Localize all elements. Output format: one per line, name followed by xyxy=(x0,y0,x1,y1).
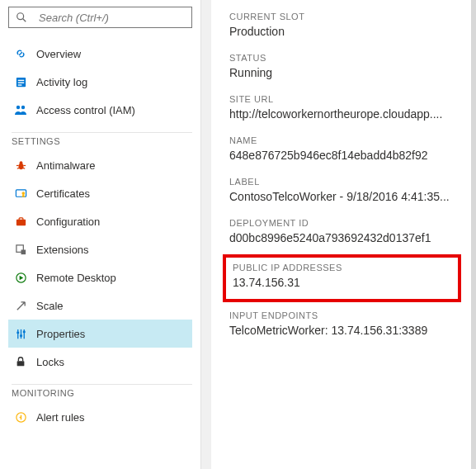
svg-line-1 xyxy=(23,19,26,22)
nav-item-configuration[interactable]: Configuration xyxy=(8,207,192,235)
nav-label: Locks xyxy=(36,356,64,368)
nav-item-overview[interactable]: Overview xyxy=(8,40,192,68)
svg-point-9 xyxy=(19,161,22,164)
nav-label: Activity log xyxy=(36,76,87,88)
value-label: ContosoTelcoWorker - 9/18/2016 4:41:35..… xyxy=(229,190,455,203)
svg-point-6 xyxy=(16,106,20,109)
sidebar: Overview Activity log Access control (IA… xyxy=(0,0,201,469)
log-icon xyxy=(13,74,28,89)
nav-label: Access control (IAM) xyxy=(36,104,135,116)
nav-label: Extensions xyxy=(36,244,89,256)
public-ip-highlight: Public IP Addresses 13.74.156.31 xyxy=(223,254,461,302)
nav-label: Overview xyxy=(36,48,81,60)
nav-item-locks[interactable]: Locks xyxy=(8,348,192,376)
properties-icon xyxy=(13,326,28,341)
label-input-endpoints: Input Endpoints xyxy=(229,310,455,320)
svg-point-15 xyxy=(21,192,25,195)
extension-icon xyxy=(13,242,28,257)
value-current-slot: Production xyxy=(229,25,455,38)
svg-rect-25 xyxy=(20,334,22,336)
scale-icon xyxy=(13,298,28,313)
alert-icon xyxy=(13,410,28,424)
svg-rect-17 xyxy=(19,217,23,220)
label-deployment-id: Deployment ID xyxy=(229,218,455,228)
svg-rect-5 xyxy=(17,84,21,85)
svg-rect-27 xyxy=(17,361,25,366)
value-deployment-id: d00bc8996e5240a793692432d0137ef1 xyxy=(229,231,455,244)
search-icon xyxy=(14,10,29,25)
nav-label: Alert rules xyxy=(36,411,85,424)
nav-item-alert-rules[interactable]: Alert rules xyxy=(8,403,192,431)
nav-item-properties[interactable]: Properties xyxy=(8,320,192,348)
value-name: 648e876725b946ec8f14ebadd4b82f92 xyxy=(229,149,455,162)
nav-item-extensions[interactable]: Extensions xyxy=(8,235,192,263)
nav-label: Certificates xyxy=(36,187,90,200)
label-current-slot: Current Slot xyxy=(229,12,455,21)
svg-line-13 xyxy=(22,168,24,168)
svg-point-0 xyxy=(17,13,24,20)
bug-icon xyxy=(13,158,28,173)
nav-label: Remote Desktop xyxy=(36,272,116,284)
nav-item-activity-log[interactable]: Activity log xyxy=(8,68,192,96)
nav-label: Properties xyxy=(36,328,85,340)
section-header-settings: Settings xyxy=(12,132,192,146)
value-status: Running xyxy=(229,66,455,79)
search-box[interactable] xyxy=(8,7,192,28)
nav-item-remote-desktop[interactable]: Remote Desktop xyxy=(8,263,192,291)
nav-item-certificates[interactable]: Certificates xyxy=(8,179,192,207)
briefcase-icon xyxy=(13,214,28,229)
panel-divider xyxy=(201,0,211,469)
label-name: Name xyxy=(229,135,455,145)
nav-item-antimalware[interactable]: Antimalware xyxy=(8,151,192,179)
svg-rect-26 xyxy=(22,330,25,332)
label-public-ip: Public IP Addresses xyxy=(233,263,451,272)
lock-icon xyxy=(13,354,28,369)
label-status: Status xyxy=(229,53,455,63)
svg-point-7 xyxy=(21,106,25,109)
section-header-monitoring: Monitoring xyxy=(12,384,192,398)
people-icon xyxy=(13,102,28,117)
svg-rect-19 xyxy=(21,249,26,254)
value-input-endpoints: TelcoMetricWorker: 13.74.156.31:3389 xyxy=(229,324,455,337)
nav-label: Antimalware xyxy=(36,159,96,172)
svg-rect-24 xyxy=(16,331,19,333)
label-site-url: Site URL xyxy=(229,94,455,104)
details-panel: Current Slot Production Status Running S… xyxy=(211,0,476,469)
nav-label: Scale xyxy=(36,300,64,312)
certificate-icon xyxy=(13,186,28,201)
search-input[interactable] xyxy=(37,11,186,25)
nav-item-scale[interactable]: Scale xyxy=(8,291,192,320)
svg-rect-3 xyxy=(17,79,24,80)
remote-icon xyxy=(13,270,28,285)
nav-label: Configuration xyxy=(36,216,100,228)
svg-line-12 xyxy=(16,168,18,168)
label-label: Label xyxy=(229,177,455,187)
value-site-url[interactable]: http://telcoworkernortheurope.cloudapp..… xyxy=(229,107,455,121)
value-public-ip: 13.74.156.31 xyxy=(233,276,451,289)
link-icon xyxy=(13,46,28,61)
svg-rect-4 xyxy=(17,82,24,83)
nav-item-access-control[interactable]: Access control (IAM) xyxy=(8,96,192,124)
